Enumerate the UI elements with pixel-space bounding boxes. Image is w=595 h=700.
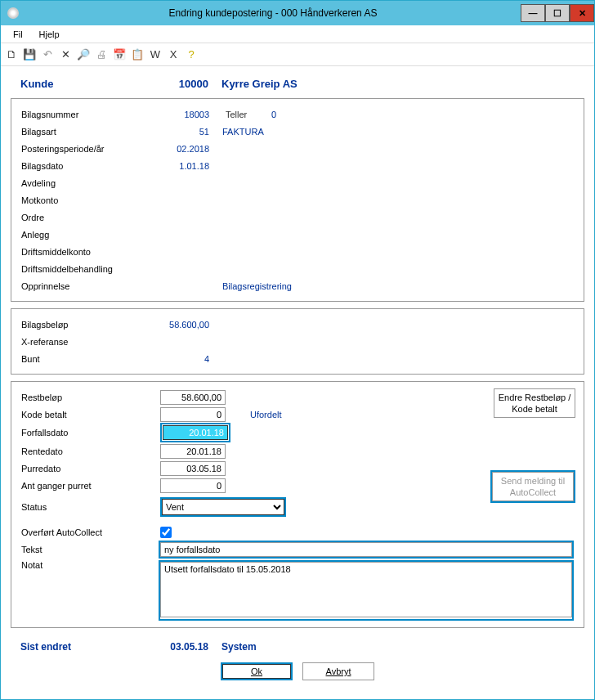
restbelop-input[interactable] — [160, 390, 226, 405]
status-select[interactable]: Vent — [162, 499, 284, 515]
bilagsnummer-value: 18003 — [160, 110, 209, 119]
kodebetalt-label: Kode betalt — [21, 410, 160, 420]
teller-value: 0 — [252, 110, 276, 119]
titlebar: Endring kundepostering - 000 Håndverkere… — [1, 1, 594, 25]
bilagsbelop-value: 58.600,00 — [160, 320, 209, 330]
panel-edit: Endre Restbeløp / Kode betalt Send meldi… — [11, 381, 584, 628]
rentedato-label: Rentedato — [21, 446, 160, 456]
kunde-name: Kyrre Greip AS — [208, 78, 298, 90]
sist-endret-label: Sist endret — [20, 641, 159, 653]
notat-label: Notat — [21, 560, 159, 570]
app-icon — [7, 7, 19, 19]
copy-icon[interactable]: 📋 — [131, 48, 144, 61]
teller-label: Teller — [209, 110, 252, 119]
motkonto-label: Motkonto — [21, 195, 160, 205]
bilagsart-value: 51 — [160, 127, 209, 137]
xref-label: X-referanse — [21, 337, 160, 347]
bunt-label: Bunt — [21, 354, 160, 364]
sist-endret-user: System — [208, 641, 257, 653]
kodebetalt-input[interactable] — [160, 407, 226, 422]
bunt-value: 4 — [160, 354, 209, 364]
toolbar: 🗋 💾 ↶ ✕ 🔎 🖨 📅 📋 W X ? — [1, 43, 594, 66]
kunde-number: 10000 — [159, 78, 208, 90]
forfallsdato-input[interactable] — [163, 425, 228, 440]
save-icon[interactable]: 💾 — [23, 48, 36, 61]
forfallsdato-label: Forfallsdato — [21, 428, 160, 438]
endre-restbelop-button[interactable]: Endre Restbeløp / Kode betalt — [494, 388, 575, 418]
window-title: Endring kundepostering - 000 Håndverkere… — [25, 7, 521, 19]
bilagsart-label: Bilagsart — [21, 127, 160, 137]
notat-textarea[interactable] — [160, 562, 572, 617]
driftsmiddelkonto-label: Driftsmiddelkonto — [21, 247, 160, 257]
close-button[interactable]: ✕ — [570, 4, 594, 22]
delete-icon[interactable]: ✕ — [59, 48, 72, 61]
purredato-input[interactable] — [160, 461, 226, 476]
avbryt-button[interactable]: Avbryt — [302, 662, 374, 680]
menu-fil[interactable]: Fil — [5, 27, 31, 42]
bilagsart-text: FAKTURA — [209, 127, 264, 137]
bilagsdato-value: 1.01.18 — [160, 161, 209, 171]
tekst-label: Tekst — [21, 545, 159, 554]
panel-voucher-info: Bilagsnummer 18003 Teller 0 Bilagsart 51… — [11, 98, 584, 302]
antganger-input[interactable] — [160, 478, 226, 493]
menu-hjelp[interactable]: Hjelp — [31, 27, 68, 42]
anlegg-label: Anlegg — [21, 230, 160, 240]
overfort-checkbox[interactable] — [160, 527, 172, 538]
ufordelt-text: Ufordelt — [226, 410, 282, 420]
print-icon[interactable]: 🖨 — [95, 48, 108, 61]
new-icon[interactable]: 🗋 — [5, 48, 18, 61]
purredato-label: Purredato — [21, 464, 160, 473]
bilagsdato-label: Bilagsdato — [21, 161, 160, 171]
ok-button[interactable]: Ok — [222, 664, 291, 679]
calendar-icon[interactable]: 📅 — [113, 48, 126, 61]
overfort-label: Overført AutoCollect — [21, 527, 160, 537]
menubar: Fil Hjelp — [1, 25, 594, 43]
avdeling-label: Avdeling — [21, 178, 160, 188]
status-label: Status — [21, 502, 160, 512]
periode-value: 02.2018 — [160, 144, 209, 154]
opprinnelse-label: Opprinnelse — [21, 281, 160, 291]
tekst-input[interactable] — [160, 542, 572, 557]
bilagsbelop-label: Bilagsbeløp — [21, 320, 160, 330]
ordre-label: Ordre — [21, 213, 160, 222]
excel-icon[interactable]: X — [167, 48, 180, 61]
undo-icon[interactable]: ↶ — [41, 48, 54, 61]
kunde-label: Kunde — [20, 78, 159, 90]
minimize-button[interactable]: — — [521, 4, 545, 22]
driftsmiddelbehandling-label: Driftsmiddelbehandling — [21, 264, 160, 274]
maximize-button[interactable]: ☐ — [545, 4, 570, 22]
help-icon[interactable]: ? — [185, 48, 198, 61]
opprinnelse-value: Bilagsregistrering — [209, 281, 292, 291]
restbelop-label: Restbeløp — [21, 393, 160, 402]
sist-endret-date: 03.05.18 — [159, 641, 208, 653]
bilagsnummer-label: Bilagsnummer — [21, 110, 160, 119]
periode-label: Posteringsperiode/år — [21, 144, 160, 154]
word-icon[interactable]: W — [149, 48, 162, 61]
send-autocollect-button[interactable]: Send melding til AutoCollect — [492, 472, 574, 501]
panel-amounts: Bilagsbeløp 58.600,00 X-referanse Bunt 4 — [11, 308, 584, 375]
rentedato-input[interactable] — [160, 444, 226, 459]
search-icon[interactable]: 🔎 — [77, 48, 90, 61]
antganger-label: Ant ganger purret — [21, 481, 160, 491]
